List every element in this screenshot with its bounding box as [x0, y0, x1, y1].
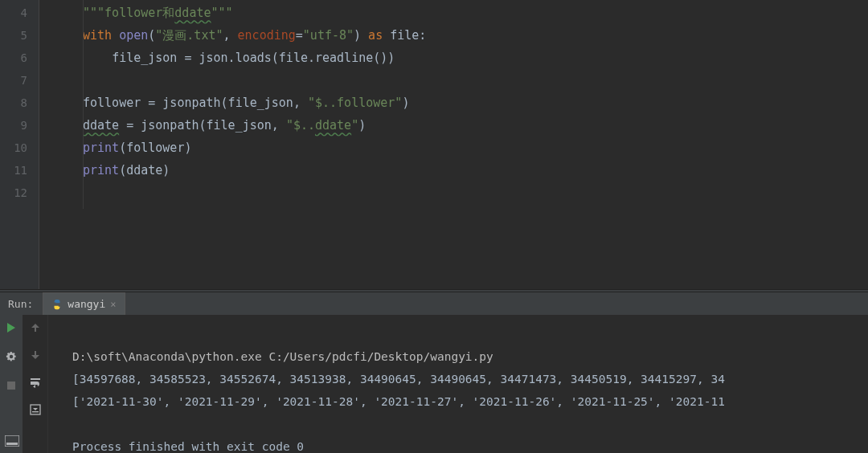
code-line[interactable]: print(follower) — [55, 137, 426, 159]
run-toolbar-column-2 — [23, 315, 48, 453]
run-icon[interactable] — [5, 321, 18, 337]
run-panel: Run: wangyi × D:\soft\Anaconda\python.ex… — [0, 292, 868, 453]
string-token: "utf-8" — [303, 28, 354, 43]
run-panel-label: Run: — [8, 298, 33, 310]
punct-token: (follower) — [119, 141, 191, 155]
indent-guide — [83, 0, 84, 209]
typo-token: ddate — [174, 6, 211, 20]
punct-token: ) — [402, 96, 409, 110]
punct-token: , — [223, 28, 238, 43]
punct-token: (file_json, — [199, 118, 286, 133]
punct-token: = — [296, 28, 303, 43]
line-number-gutter: 4 5 6 7 8 9 10 11 12 — [0, 0, 39, 289]
statement-token: file_json = json.loads(file.readline()) — [112, 51, 395, 65]
code-line[interactable] — [55, 182, 426, 204]
line-number: 5 — [0, 24, 39, 47]
console-output-line: [34597688, 34585523, 34552674, 34513938,… — [72, 373, 725, 386]
string-token: "漫画.txt" — [155, 28, 223, 43]
settings-icon[interactable] — [5, 350, 18, 366]
var-token: follower = — [83, 96, 162, 110]
line-number: 4 — [0, 2, 39, 24]
line-number: 9 — [0, 114, 39, 137]
code-line[interactable]: with open("漫画.txt", encoding="utf-8") as… — [55, 24, 426, 47]
close-icon[interactable]: × — [110, 299, 116, 310]
punct-token: (ddate) — [119, 163, 170, 178]
console-output[interactable]: D:\soft\Anaconda\python.exe C:/Users/pdc… — [48, 315, 868, 453]
call-token: jsonpath — [141, 118, 199, 133]
console-output-line: ['2021-11-30', '2021-11-29', '2021-11-28… — [72, 395, 725, 408]
string-token: """follower — [83, 6, 162, 20]
var-token: file: — [390, 28, 426, 43]
builtin-token: print — [83, 141, 119, 155]
svg-rect-4 — [6, 443, 18, 445]
run-tab[interactable]: wangyi × — [43, 292, 125, 315]
code-line[interactable]: ddate = jsonpath(file_json, "$..ddate") — [55, 114, 426, 137]
string-token: "$.. — [286, 118, 315, 133]
punct-token: ) — [358, 118, 366, 133]
string-token: """ — [211, 6, 233, 20]
param-token: encoding — [238, 28, 296, 43]
svg-rect-0 — [7, 382, 15, 390]
code-line[interactable]: follower = jsonpath(file_json, "$..follo… — [55, 92, 426, 114]
code-line[interactable] — [55, 69, 426, 92]
line-number: 8 — [0, 92, 39, 114]
code-area[interactable]: """follower和ddate""" with open("漫画.txt",… — [39, 0, 426, 289]
line-number: 7 — [0, 69, 39, 92]
keyword-token: as — [361, 28, 390, 43]
call-token: jsonpath — [162, 96, 220, 110]
stop-icon[interactable] — [5, 379, 18, 395]
typo-token: ddate — [83, 118, 119, 133]
builtin-token: open — [119, 28, 148, 43]
layout-icon[interactable] — [5, 435, 19, 447]
punct-token: (file_json, — [221, 96, 308, 110]
code-line[interactable]: file_json = json.loads(file.readline()) — [55, 47, 426, 69]
punct-token: = — [119, 118, 141, 133]
run-tab-bar: Run: wangyi × — [0, 292, 868, 315]
string-token: " — [351, 118, 358, 133]
keyword-token: with — [83, 28, 112, 43]
line-number: 6 — [0, 47, 39, 69]
scroll-to-end-icon[interactable] — [29, 403, 42, 419]
editor-pane: 4 5 6 7 8 9 10 11 12 """follower和ddate""… — [0, 0, 868, 289]
line-number: 11 — [0, 159, 39, 182]
typo-token: ddate — [315, 118, 351, 133]
string-token: "$..follower" — [308, 96, 402, 110]
builtin-token: print — [83, 163, 119, 178]
run-tab-label: wangyi — [68, 298, 105, 310]
console-path-line: D:\soft\Anaconda\python.exe C:/Users/pdc… — [72, 350, 493, 363]
down-arrow-icon[interactable] — [29, 349, 42, 365]
code-line[interactable]: """follower和ddate""" — [55, 2, 426, 24]
svg-rect-2 — [32, 411, 39, 412]
code-line[interactable]: print(ddate) — [55, 159, 426, 182]
python-icon — [51, 299, 63, 310]
run-toolbar-column-1 — [0, 315, 23, 453]
line-number: 12 — [0, 182, 39, 204]
run-body: D:\soft\Anaconda\python.exe C:/Users/pdc… — [0, 315, 868, 453]
up-arrow-icon[interactable] — [29, 321, 42, 337]
wrap-icon[interactable] — [29, 376, 42, 392]
string-token: 和 — [162, 6, 174, 20]
line-number: 10 — [0, 137, 39, 159]
console-exit-line: Process finished with exit code 0 — [72, 440, 304, 453]
